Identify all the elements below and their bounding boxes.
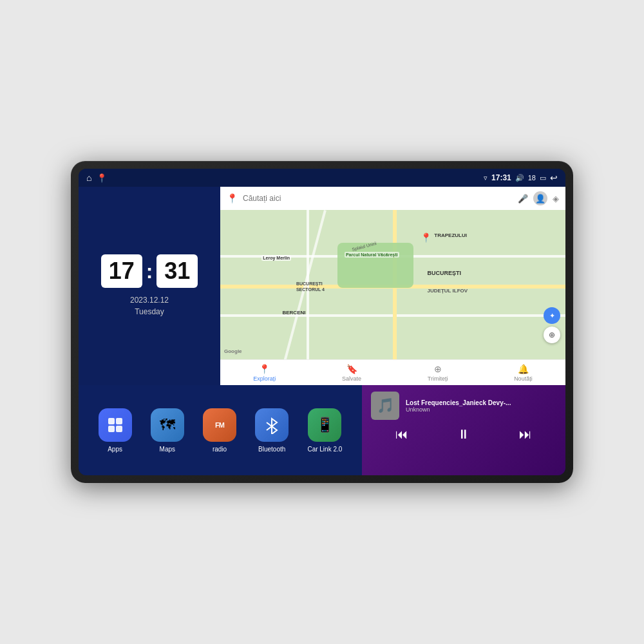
app-icon-carlink[interactable]: 📱 Car Link 2.0 <box>307 408 342 453</box>
map-tab-saved[interactable]: 🔖 Salvate <box>342 364 361 382</box>
map-location-pin: 📍 <box>421 232 431 243</box>
compass-button[interactable]: ✦ <box>544 307 560 324</box>
maps-logo-icon: 📍 <box>227 193 238 204</box>
play-pause-button[interactable]: ⏸ <box>457 428 470 440</box>
volume-icon: 🔊 <box>515 174 524 182</box>
radio-icon: FM <box>203 408 236 442</box>
radio-label: radio <box>213 446 227 453</box>
share-icon: ⊕ <box>434 364 442 374</box>
app-icon-apps[interactable]: Apps <box>99 408 132 453</box>
music-info: 🎵 Lost Frequencies_Janieck Devy-... Unkn… <box>371 392 556 420</box>
clock-colon: : <box>146 261 153 281</box>
status-right: ▿ 17:31 🔊 18 ▭ ↩ <box>484 173 558 183</box>
apps-icon <box>99 408 132 442</box>
svg-rect-3 <box>116 426 122 432</box>
map-search-actions: 🎤 👤 ◈ <box>518 191 559 205</box>
car-head-unit: ⌂ 📍 ▿ 17:31 🔊 18 ▭ ↩ 17 : <box>71 161 573 483</box>
search-input[interactable] <box>243 194 513 203</box>
bluetooth-label: Bluetooth <box>258 446 285 453</box>
maps-icon: 🗺 <box>151 408 184 442</box>
map-background: BUCUREȘTI JUDEȚUL ILFOV BERCENI TRAPEZUL… <box>220 210 565 359</box>
app-icons-panel: Apps 🗺 Maps FM radio <box>79 385 362 475</box>
svg-rect-1 <box>116 418 122 424</box>
voice-search-icon[interactable]: 🎤 <box>518 194 528 204</box>
news-icon: 🔔 <box>518 364 529 374</box>
clock-minute: 31 <box>156 254 198 288</box>
next-button[interactable]: ⏭ <box>519 428 532 440</box>
bottom-row: Apps 🗺 Maps FM radio <box>79 385 565 475</box>
status-bar: ⌂ 📍 ▿ 17:31 🔊 18 ▭ ↩ <box>79 169 565 187</box>
main-content: 17 : 31 2023.12.12 Tuesday 📍 <box>79 187 565 385</box>
device-screen: ⌂ 📍 ▿ 17:31 🔊 18 ▭ ↩ 17 : <box>79 169 565 475</box>
music-text: Lost Frequencies_Janieck Devy-... Unknow… <box>406 399 556 413</box>
app-icon-maps[interactable]: 🗺 Maps <box>151 408 184 453</box>
map-bottom-bar: 📍 Explorați 🔖 Salvate ⊕ Trimiteți 🔔 Nout… <box>220 359 565 385</box>
map-tab-share[interactable]: ⊕ Trimiteți <box>428 364 448 382</box>
layers-icon[interactable]: ◈ <box>553 194 559 204</box>
battery-level: 18 <box>528 174 536 182</box>
music-panel: 🎵 Lost Frequencies_Janieck Devy-... Unkn… <box>362 385 565 475</box>
svg-rect-2 <box>108 426 115 432</box>
music-controls: ⏮ ⏸ ⏭ <box>371 425 556 443</box>
map-section: 📍 🎤 👤 ◈ <box>220 187 565 385</box>
carlink-label: Car Link 2.0 <box>307 446 342 453</box>
maps-status-icon[interactable]: 📍 <box>97 173 107 183</box>
battery-icon: ▭ <box>540 174 546 182</box>
map-area[interactable]: BUCUREȘTI JUDEȚUL ILFOV BERCENI TRAPEZUL… <box>220 210 565 359</box>
clock-display: 17 : 31 <box>101 254 198 288</box>
music-artist: Unknown <box>406 406 556 413</box>
apps-label: Apps <box>108 446 122 453</box>
left-panel: 17 : 31 2023.12.12 Tuesday <box>79 187 220 385</box>
bluetooth-icon-circle <box>255 408 289 442</box>
music-title: Lost Frequencies_Janieck Devy-... <box>406 399 556 406</box>
back-icon[interactable]: ↩ <box>550 173 558 183</box>
status-left: ⌂ 📍 <box>86 173 107 183</box>
prev-button[interactable]: ⏮ <box>395 428 408 440</box>
signal-icon: ▿ <box>484 174 488 182</box>
clock-date: 2023.12.12 Tuesday <box>130 294 169 317</box>
map-tab-news[interactable]: 🔔 Noutăți <box>514 364 533 382</box>
time-display: 17:31 <box>491 173 511 182</box>
avatar[interactable]: 👤 <box>533 191 547 205</box>
location-button[interactable]: ⊕ <box>544 327 560 343</box>
clock-widget: 17 : 31 2023.12.12 Tuesday <box>79 187 220 385</box>
app-icon-bluetooth[interactable]: Bluetooth <box>255 408 289 453</box>
app-icon-radio[interactable]: FM radio <box>203 408 236 453</box>
saved-icon: 🔖 <box>346 364 357 374</box>
album-art: 🎵 <box>371 392 399 420</box>
map-search-bar: 📍 🎤 👤 ◈ <box>220 187 565 210</box>
home-icon[interactable]: ⌂ <box>86 173 91 183</box>
maps-label: Maps <box>160 446 175 453</box>
svg-rect-0 <box>108 418 115 424</box>
map-tab-explore[interactable]: 📍 Explorați <box>253 364 276 382</box>
explore-icon: 📍 <box>259 364 270 374</box>
carlink-icon: 📱 <box>308 408 341 442</box>
clock-hour: 17 <box>101 254 142 288</box>
